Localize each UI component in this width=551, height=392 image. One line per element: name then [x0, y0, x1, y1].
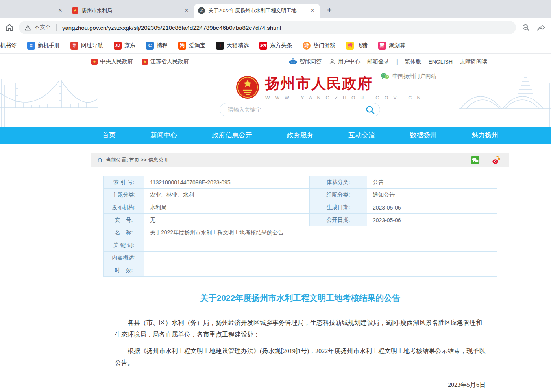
close-tab-icon[interactable]: ✕	[57, 7, 64, 14]
tmall-icon: T	[216, 42, 224, 50]
address-bar-row: 不安全 yangzhou.gov.cn/yzszxxgk/slj/202305/…	[0, 18, 551, 37]
wechat-share-icon[interactable]	[471, 156, 480, 165]
link-label: 中央人民政府	[100, 58, 133, 65]
close-tab-icon[interactable]: ✕	[183, 7, 190, 14]
gov-topbar: ★ 中央人民政府 ★ 江苏省人民政府 智能问答 用户中心 邮箱登录	[0, 54, 551, 69]
tab-title: 关于2022年度扬州市水利工程文明工地	[208, 7, 306, 14]
nav-item-home[interactable]: 首页	[102, 127, 116, 144]
link-label: 江苏省人民政府	[150, 58, 189, 65]
nav-item-news[interactable]: 新闻中心	[150, 127, 177, 144]
link-label: ENGLISH	[429, 59, 453, 65]
meta-row: 发布机构: 水利局 生成日期: 2023-05-06	[104, 201, 497, 214]
bookmark-label: 网址导航	[81, 42, 103, 49]
bookmark-taobao[interactable]: 淘 爱淘宝	[178, 42, 205, 50]
meta-value: 无	[144, 214, 310, 226]
meta-row: 索 引 号: 11321000014407098E-2023-095 体裁分类:…	[104, 176, 497, 189]
tab-current-article[interactable]: Z 关于2022年度扬州市水利工程文明工地 ✕	[194, 4, 320, 18]
accessibility-link[interactable]: 无障碍阅读	[460, 58, 487, 65]
meta-label: 发布机构:	[104, 201, 144, 214]
taobao-icon: 淘	[178, 42, 186, 50]
link-label: 智能问答	[300, 58, 322, 65]
link-label: 用户中心	[338, 58, 360, 65]
site-header: 扬州市人民政府 W W W . Y A N G Z H O U . G O V …	[0, 69, 551, 127]
meta-label: 组配分类:	[310, 189, 367, 201]
tab-water-bureau[interactable]: ★ 扬州市水利局 ✕	[68, 4, 194, 18]
bookmark-fliggy[interactable]: 猪 飞猪	[346, 42, 368, 50]
share-icon[interactable]	[536, 23, 546, 32]
bookmark-games[interactable]: 游 热门游戏	[303, 42, 335, 50]
nav-item-charm[interactable]: 魅力扬州	[471, 127, 498, 144]
meta-row: 内容概述:	[104, 252, 497, 264]
meta-row: 时 效:	[104, 264, 497, 277]
bookmark-label: 携程	[157, 42, 168, 49]
meta-row: 关 键 词:	[104, 239, 497, 252]
link-jiangsu-gov[interactable]: ★ 江苏省人民政府	[142, 58, 189, 65]
url-text[interactable]: yangzhou.gov.cn/yzszxxgk/slj/202305/210c…	[62, 24, 281, 31]
smart-qa-link[interactable]: 智能问答	[289, 58, 322, 65]
new-tab-button[interactable]: +	[324, 5, 335, 16]
gov-emblem-icon: ★	[142, 59, 148, 65]
omnibox-divider	[56, 24, 57, 31]
nav-item-services[interactable]: 政务服务	[287, 127, 314, 144]
gov-emblem-icon: ★	[91, 59, 98, 65]
breadcrumb-text[interactable]: 当前位置: 首页 >> 信息公开	[106, 156, 169, 164]
bookmark-manual[interactable]: ≡ 新机手册	[27, 42, 60, 50]
bookmark-label: 爱淘宝	[189, 42, 205, 49]
page-content: 当前位置: 首页 >> 信息公开 索 引 号: 1132100001440709…	[0, 144, 551, 392]
nav-item-data[interactable]: 数据扬州	[410, 127, 437, 144]
meta-label: 主题分类:	[104, 189, 144, 201]
meta-label: 索 引 号:	[104, 176, 144, 189]
weibo-share-icon[interactable]	[492, 156, 501, 165]
portal-label: 中国扬州门户网站	[392, 73, 436, 80]
search-icon[interactable]	[365, 105, 375, 115]
meta-value	[144, 264, 497, 277]
meta-label: 文 号:	[104, 214, 144, 226]
close-tab-icon[interactable]: ✕	[309, 7, 316, 14]
zoom-out-icon[interactable]	[521, 23, 531, 32]
traditional-link[interactable]: 繁体版	[405, 58, 422, 65]
meta-label: 关 键 词:	[104, 239, 144, 252]
national-emblem-icon	[235, 75, 260, 99]
bookmark-jd[interactable]: JD 京东	[114, 42, 135, 50]
browser-home-icon[interactable]	[5, 23, 14, 32]
meta-value: 关于2022年度扬州市水利工程文明工地考核结果的公告	[144, 226, 497, 239]
games-icon: 游	[303, 42, 311, 50]
bookmark-mobile[interactable]: 机书签	[0, 42, 17, 49]
meta-label: 体裁分类:	[310, 176, 367, 189]
search-input[interactable]	[228, 107, 365, 113]
nav-item-info-disclosure[interactable]: 政府信息公开	[212, 127, 252, 144]
link-central-gov[interactable]: ★ 中央人民政府	[91, 58, 133, 65]
ctrip-icon: C	[146, 42, 154, 50]
meta-label: 公开日期:	[310, 214, 367, 226]
tab-partial[interactable]: ✕	[0, 4, 68, 18]
link-label: 邮箱登录	[367, 58, 389, 65]
address-bar[interactable]: 不安全 yangzhou.gov.cn/yzszxxgk/slj/202305/…	[19, 21, 516, 34]
nav-item-interaction[interactable]: 互动交流	[348, 127, 375, 144]
separator: |	[396, 59, 398, 65]
bookmark-ctrip[interactable]: C 携程	[146, 42, 168, 50]
meta-value: 通知公告	[367, 189, 497, 201]
meta-row: 主题分类: 农业、林业、水利 组配分类: 通知公告	[104, 189, 497, 201]
gov-emblem-favicon: ★	[72, 7, 78, 14]
bookmark-label: 东方头条	[270, 42, 292, 49]
link-label: 繁体版	[405, 58, 422, 65]
not-secure-warning-icon	[24, 25, 31, 31]
bookmark-url-nav[interactable]: 导 网址导航	[70, 42, 103, 50]
portal-link[interactable]: 中国扬州门户网站	[380, 72, 436, 80]
meta-label: 内容概述:	[104, 252, 144, 264]
wechat-bubbles-icon	[380, 72, 389, 80]
document-meta-table: 索 引 号: 11321000014407098E-2023-095 体裁分类:…	[103, 176, 497, 277]
site-search	[220, 103, 380, 116]
bookmark-label: 京东	[124, 42, 135, 49]
user-center-link[interactable]: 用户中心	[329, 58, 360, 65]
security-label: 不安全	[34, 24, 51, 31]
manual-icon: ≡	[27, 42, 35, 50]
bridge-sketch-left	[0, 69, 98, 127]
mail-login-link[interactable]: 邮箱登录	[367, 58, 389, 65]
bookmark-juhuasuan[interactable]: 聚 聚划算	[378, 42, 405, 50]
bookmarks-bar: 机书签 ≡ 新机手册 导 网址导航 JD 京东 C 携程 淘 爱淘宝 T 天猫精…	[0, 37, 551, 54]
meta-label: 时 效:	[104, 264, 144, 277]
english-link[interactable]: ENGLISH	[429, 59, 453, 65]
bookmark-toutiao[interactable]: 东方 东方头条	[259, 42, 292, 50]
bookmark-tmall[interactable]: T 天猫精选	[216, 42, 249, 50]
